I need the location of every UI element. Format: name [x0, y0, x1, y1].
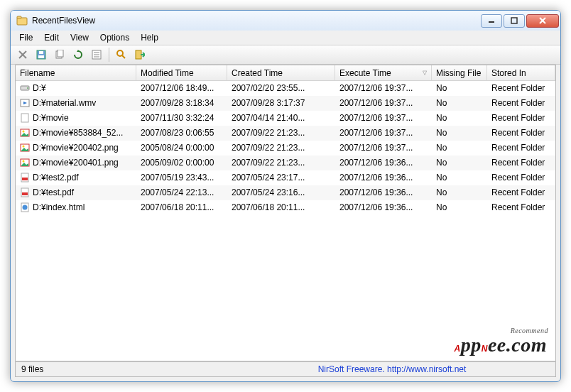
filename-text: D:¥index.html: [33, 202, 85, 212]
table-row[interactable]: D:¥2007/12/06 18:49...2007/02/20 23:55..…: [16, 81, 555, 96]
table-row[interactable]: D:¥movie2007/11/30 3:32:242007/04/14 21:…: [16, 111, 555, 126]
copy-button[interactable]: [52, 47, 67, 62]
menubar: File Edit View Options Help: [11, 31, 560, 45]
menu-file[interactable]: File: [13, 31, 38, 44]
cell-stored: Recent Folder: [487, 156, 555, 169]
exit-button[interactable]: [132, 47, 148, 62]
cell-execute: 2007/12/06 19:37...: [335, 126, 432, 139]
file-icon: [20, 143, 30, 153]
column-headers: Filename Modified Time Created Time Exec…: [16, 65, 555, 81]
cell-created: 2007/09/22 21:23...: [227, 126, 335, 139]
cell-modified: 2005/09/02 0:00:00: [136, 156, 227, 169]
col-header-stored[interactable]: Stored In: [487, 65, 555, 80]
status-credit-link[interactable]: NirSoft Freeware. http://www.nirsoft.net: [234, 364, 550, 374]
cell-execute: 2007/12/06 19:36...: [335, 171, 432, 184]
filename-text: D:¥movie¥200402.png: [33, 143, 119, 153]
listview[interactable]: Filename Modified Time Created Time Exec…: [15, 65, 556, 361]
cell-missing: No: [432, 111, 487, 124]
cell-filename: D:¥movie¥200402.png: [16, 141, 136, 154]
cell-execute: 2007/12/06 19:37...: [335, 82, 432, 94]
cell-stored: Recent Folder: [487, 186, 555, 199]
cell-filename: D:¥movie¥853884_52...: [16, 126, 136, 139]
cell-created: 2007/09/28 3:17:37: [227, 97, 335, 109]
filename-text: D:¥movie¥853884_52...: [33, 128, 123, 138]
delete-button[interactable]: [15, 47, 31, 62]
table-row[interactable]: D:¥movie¥200402.png2005/08/24 0:00:00200…: [16, 141, 555, 156]
col-header-missing[interactable]: Missing File: [432, 65, 487, 80]
table-row[interactable]: D:¥test2.pdf2007/05/19 23:43...2007/05/2…: [16, 170, 555, 185]
svg-point-35: [23, 205, 28, 210]
cell-modified: 2007/12/06 18:49...: [136, 82, 227, 94]
save-button[interactable]: [33, 47, 49, 62]
menu-edit[interactable]: Edit: [38, 31, 65, 44]
cell-missing: No: [432, 82, 487, 94]
app-window: RecentFilesView File Edit View Options H…: [10, 10, 561, 382]
table-row[interactable]: D:¥movie¥200401.png2005/09/02 0:00:00200…: [16, 156, 555, 170]
close-button[interactable]: [526, 14, 559, 28]
cell-execute: 2007/12/06 19:36...: [335, 156, 432, 169]
col-header-created[interactable]: Created Time: [227, 65, 335, 80]
cell-modified: 2007/05/19 23:43...: [136, 171, 227, 184]
cell-created: 2007/09/22 21:23...: [227, 156, 335, 169]
cell-execute: 2007/12/06 19:37...: [335, 141, 432, 154]
col-header-filename[interactable]: Filename: [16, 65, 136, 80]
cell-modified: 2007/11/30 3:32:24: [136, 111, 227, 124]
cell-execute: 2007/12/06 19:37...: [335, 97, 432, 109]
cell-created: 2007/09/22 21:23...: [227, 141, 335, 154]
cell-filename: D:¥movie: [16, 111, 136, 124]
svg-point-25: [23, 131, 25, 133]
rows-container: D:¥2007/12/06 18:49...2007/02/20 23:55..…: [16, 81, 555, 361]
cell-filename: D:¥test2.pdf: [16, 171, 136, 184]
minimize-button[interactable]: [481, 14, 502, 28]
menu-options[interactable]: Options: [94, 31, 135, 44]
file-icon: [20, 113, 30, 123]
find-button[interactable]: [114, 47, 129, 62]
window-buttons: [479, 14, 559, 28]
properties-button[interactable]: [89, 47, 104, 62]
cell-stored: Recent Folder: [487, 171, 555, 184]
svg-point-29: [23, 160, 25, 163]
cell-created: 2007/02/20 23:55...: [227, 82, 335, 94]
refresh-button[interactable]: [70, 47, 86, 62]
titlebar[interactable]: RecentFilesView: [11, 11, 560, 31]
cell-modified: 2007/08/23 0:06:55: [136, 126, 227, 139]
svg-rect-10: [39, 51, 43, 54]
table-row[interactable]: D:¥index.html2007/06/18 20:11...2007/06/…: [16, 200, 555, 215]
cell-created: 2007/05/24 23:17...: [227, 171, 335, 184]
cell-stored: Recent Folder: [487, 97, 555, 109]
svg-point-21: [27, 87, 28, 89]
svg-line-18: [122, 55, 125, 58]
filename-text: D:¥test.pdf: [33, 187, 74, 197]
col-header-modified[interactable]: Modified Time: [136, 65, 227, 80]
file-icon: [20, 173, 30, 183]
cell-execute: 2007/12/06 19:36...: [335, 201, 432, 214]
cell-modified: 2007/09/28 3:18:34: [136, 97, 227, 109]
svg-rect-31: [22, 178, 28, 180]
file-icon: [20, 128, 30, 138]
cell-missing: No: [432, 156, 487, 169]
file-icon: [20, 158, 30, 168]
cell-stored: Recent Folder: [487, 111, 555, 124]
maximize-button[interactable]: [504, 14, 525, 28]
status-item-count: 9 files: [21, 364, 234, 374]
table-row[interactable]: D:¥movie¥853884_52...2007/08/23 0:06:552…: [16, 126, 555, 141]
menu-help[interactable]: Help: [135, 31, 164, 44]
cell-missing: No: [432, 171, 487, 184]
cell-missing: No: [432, 201, 487, 214]
cell-modified: 2005/08/24 0:00:00: [136, 141, 227, 154]
cell-filename: D:¥material.wmv: [16, 97, 136, 109]
filename-text: D:¥movie¥200401.png: [33, 158, 119, 168]
file-icon: [20, 187, 30, 197]
app-icon: [16, 15, 28, 26]
file-icon: [20, 202, 30, 212]
table-row[interactable]: D:¥test.pdf2007/05/24 22:13...2007/05/24…: [16, 185, 555, 200]
cell-filename: D:¥index.html: [16, 201, 136, 214]
sort-indicator-icon: ▽: [423, 70, 427, 76]
svg-rect-1: [17, 16, 21, 18]
filename-text: D:¥test2.pdf: [33, 173, 79, 183]
statusbar: 9 files NirSoft Freeware. http://www.nir…: [15, 361, 556, 377]
menu-view[interactable]: View: [65, 31, 94, 44]
col-header-execute[interactable]: Execute Time▽: [335, 65, 432, 80]
svg-rect-9: [38, 55, 44, 58]
table-row[interactable]: D:¥material.wmv2007/09/28 3:18:342007/09…: [16, 96, 555, 111]
